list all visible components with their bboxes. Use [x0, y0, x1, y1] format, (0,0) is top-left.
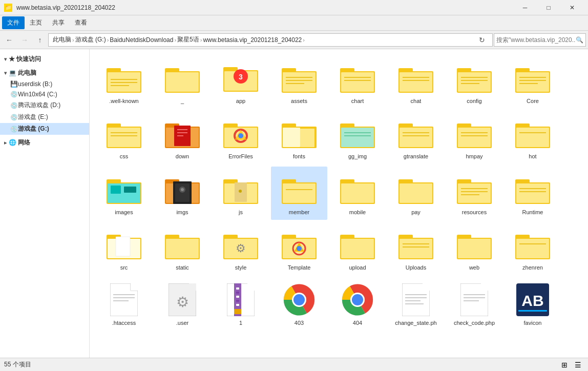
search-input[interactable] [496, 36, 576, 44]
drive-e[interactable]: 💿 游戏盘 (E:) [0, 111, 89, 123]
svg-point-177 [352, 294, 363, 305]
folder-icon-imgs [164, 171, 201, 208]
file-template[interactable]: Template [271, 222, 327, 275]
file-1[interactable]: 1 [213, 277, 269, 331]
drive-d[interactable]: 💿 腾讯游戏盘 (D:) [0, 99, 89, 111]
file-change-state[interactable]: change_state.ph [388, 277, 444, 331]
file-js[interactable]: js [213, 167, 269, 220]
file-gg-img[interactable]: gg_img [329, 111, 386, 164]
refresh-button[interactable]: ↻ [476, 34, 488, 46]
file-favicon[interactable]: AB favicon [505, 277, 561, 331]
file-name-hot: hot [529, 153, 536, 160]
file-zhenren[interactable]: zhenren [505, 222, 561, 275]
quick-access-arrow: ▾ [4, 56, 7, 62]
close-button[interactable]: ✕ [560, 0, 584, 15]
svg-rect-16 [283, 72, 316, 92]
minimize-button[interactable]: ─ [513, 0, 537, 15]
svg-point-174 [293, 294, 305, 305]
address-bar[interactable]: 此电脑 › 游戏盘 (G:) › BaiduNetdiskDownload › … [48, 33, 493, 47]
file-404[interactable]: 404 [329, 277, 386, 331]
file-check-code[interactable]: check_code.php [446, 277, 502, 331]
drive-g-label: 游戏盘 (G:) [18, 125, 49, 133]
file-htaccess[interactable]: .htaccess [96, 277, 152, 331]
file-pay[interactable]: pay [388, 167, 444, 220]
up-button[interactable]: ↑ [33, 33, 47, 47]
file-403[interactable]: 403 [271, 277, 327, 331]
drive-c[interactable]: 💿 Win10x64 (C:) [0, 89, 89, 99]
svg-rect-180 [423, 283, 430, 291]
folder-icon-chat [397, 59, 434, 96]
file-core[interactable]: Core [505, 55, 561, 109]
file-config[interactable]: config [446, 55, 502, 109]
file-src[interactable]: src [96, 222, 152, 275]
svg-rect-160 [189, 283, 196, 291]
folder-icon-config [456, 59, 493, 96]
file-app[interactable]: 3 app [213, 55, 269, 109]
drive-g[interactable]: 💿 游戏盘 (G:) [0, 123, 89, 135]
folder-icon-images [106, 171, 142, 208]
file-member[interactable]: member [271, 167, 327, 220]
breadcrumb-0[interactable]: 此电脑 [53, 35, 71, 44]
breadcrumb-4[interactable]: www.betasia.vip_20201218_204022 [203, 36, 302, 44]
folder-icon-core [514, 59, 551, 96]
file-underscore[interactable]: _ [154, 55, 211, 109]
file-static[interactable]: static [154, 222, 211, 275]
breadcrumb-1[interactable]: 游戏盘 (G:) [75, 35, 106, 44]
file-gtranslate[interactable]: gtranslate [388, 111, 444, 164]
file-icon-htaccess [106, 281, 142, 318]
network-header[interactable]: ▸ 🌐 网络 [0, 137, 89, 149]
folder-icon-member [281, 171, 318, 208]
file-down[interactable]: down [154, 111, 211, 164]
file-uploads[interactable]: Uploads [388, 222, 444, 275]
forward-button[interactable]: → [17, 33, 32, 47]
file-hot[interactable]: hot [505, 111, 561, 164]
folder-icon-fonts [281, 115, 318, 152]
breadcrumb-2[interactable]: BaiduNetdiskDownload [110, 36, 173, 44]
svg-rect-169 [236, 300, 239, 302]
file-web[interactable]: web [446, 222, 502, 275]
folder-icon-static [164, 226, 201, 263]
file-well-known[interactable]: .well-known [96, 55, 152, 109]
menu-share[interactable]: 共享 [47, 16, 70, 29]
file-upload[interactable]: upload [329, 222, 386, 275]
svg-point-93 [181, 188, 184, 191]
list-view-button[interactable]: ☰ [572, 359, 584, 370]
title-text: www.betasia.vip_20201218_204022 [16, 4, 513, 11]
menu-home[interactable]: 主页 [25, 16, 47, 29]
grid-view-button[interactable]: ⊞ [558, 359, 571, 370]
svg-rect-70 [400, 128, 432, 147]
file-chart[interactable]: chart [329, 55, 386, 109]
file-name-change-state: change_state.ph [395, 319, 436, 326]
breadcrumb-3[interactable]: 聚星5语 [177, 35, 199, 44]
drive-b[interactable]: 💾 userdisk (B:) [0, 79, 89, 89]
file-fonts[interactable]: fonts [271, 111, 327, 164]
file-images[interactable]: images [96, 167, 152, 220]
folder-icon-js [222, 171, 259, 208]
sidebar: ▾ ★ 快速访问 ▾ 💻 此电脑 💾 userdisk (B:) 💿 Win10… [0, 49, 90, 358]
svg-rect-38 [516, 72, 549, 92]
file-errorfiles[interactable]: ErrorFiles [213, 111, 269, 164]
maximize-button[interactable]: □ [537, 0, 560, 15]
file-imgs[interactable]: imgs [154, 167, 211, 220]
file-user[interactable]: ⚙ .user [154, 277, 211, 331]
file-css[interactable]: css [96, 111, 152, 164]
file-chat[interactable]: chat [388, 55, 444, 109]
this-pc-header[interactable]: ▾ 💻 此电脑 [0, 67, 89, 79]
folder-icon-gg-img [339, 115, 376, 152]
menu-view[interactable]: 查看 [70, 16, 92, 29]
menu-file[interactable]: 文件 [2, 16, 25, 29]
file-runtime[interactable]: Runtime [505, 167, 561, 220]
back-button[interactable]: ← [2, 33, 16, 47]
file-hmpay[interactable]: hmpay [446, 111, 502, 164]
folder-icon-errorfiles [222, 115, 259, 152]
main-layout: ▾ ★ 快速访问 ▾ 💻 此电脑 💾 userdisk (B:) 💿 Win10… [0, 49, 588, 358]
svg-rect-105 [341, 183, 374, 203]
search-bar[interactable]: 🔍 [494, 33, 586, 47]
file-resources[interactable]: resources [446, 167, 502, 220]
quick-access-header[interactable]: ▾ ★ 快速访问 [0, 53, 89, 65]
file-assets[interactable]: assets [271, 55, 327, 109]
file-mobile[interactable]: mobile [329, 167, 386, 220]
file-style[interactable]: ⚙ style [213, 222, 269, 275]
content-area[interactable]: .well-known _ [90, 49, 588, 358]
svg-text:AB: AB [521, 292, 543, 309]
